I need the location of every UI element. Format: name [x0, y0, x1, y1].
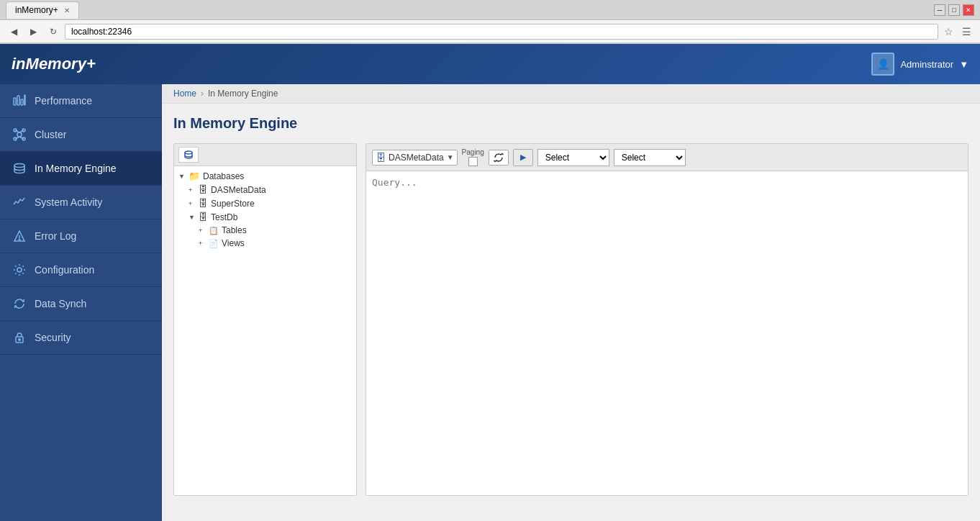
- tree-toggle[interactable]: +: [189, 186, 197, 194]
- page-content: In Memory Engine: [162, 104, 980, 507]
- sidebar-label-performance: Performance: [35, 95, 92, 107]
- svg-point-4: [17, 132, 22, 137]
- forward-button[interactable]: ▶: [25, 24, 42, 39]
- page-title: In Memory Engine: [173, 115, 968, 132]
- cluster-icon: [12, 127, 27, 142]
- sidebar-label-cluster: Cluster: [35, 129, 66, 140]
- configuration-icon: [12, 262, 27, 278]
- svg-rect-2: [21, 99, 23, 105]
- browser-tab[interactable]: inMemory+ ✕: [6, 1, 79, 19]
- refresh-button[interactable]: [489, 150, 509, 166]
- bookmark-icon[interactable]: ☆: [941, 26, 956, 37]
- tree-label-testdb: TestDb: [211, 212, 237, 222]
- tab-title: inMemory+: [15, 5, 58, 15]
- select-dropdown-1[interactable]: Select: [537, 149, 609, 166]
- svg-point-19: [185, 151, 192, 154]
- back-button[interactable]: ◀: [6, 24, 22, 39]
- browser-chrome: inMemory+ ✕ ─ □ ✕ ◀ ▶ ↻ ☆ ☰: [0, 0, 980, 44]
- performance-icon: [12, 93, 27, 109]
- menu-icon[interactable]: ☰: [959, 26, 974, 37]
- db-icon: 🗄: [199, 212, 208, 222]
- query-panel: ▼ 📁 Databases + 🗄 DASMetaData +: [173, 143, 968, 496]
- tree-node-views[interactable]: + 📄 Views: [197, 237, 353, 250]
- tree-node-superstore[interactable]: + 🗄 SuperStore: [187, 196, 353, 210]
- data-synch-icon: [12, 296, 27, 312]
- tree-children-databases: + 🗄 DASMetaData + 🗄 SuperStore ▼: [187, 183, 353, 250]
- paging-label: Paging: [462, 148, 484, 156]
- sidebar: Performance Cluster: [0, 84, 162, 521]
- sidebar-item-error-log[interactable]: Error Log: [0, 219, 162, 253]
- tree-panel: ▼ 📁 Databases + 🗄 DASMetaData +: [173, 143, 357, 496]
- user-dropdown-arrow[interactable]: ▼: [959, 59, 968, 70]
- title-bar: inMemory+ ✕ ─ □ ✕: [0, 0, 980, 20]
- tree-node-tables[interactable]: + 📋 Tables: [197, 224, 353, 237]
- sidebar-label-configuration: Configuration: [35, 264, 94, 276]
- views-icon: 📄: [209, 239, 219, 248]
- svg-point-18: [19, 339, 20, 340]
- tree-label-views: Views: [222, 238, 245, 248]
- sidebar-item-system-activity[interactable]: System Activity: [0, 186, 162, 219]
- tree-refresh-button[interactable]: [178, 147, 199, 163]
- nav-bar: ◀ ▶ ↻ ☆ ☰: [0, 20, 980, 43]
- sidebar-item-data-synch[interactable]: Data Synch: [0, 287, 162, 321]
- tree-label-dasmetadata: DASMetaData: [211, 185, 266, 195]
- sidebar-item-security[interactable]: Security: [0, 321, 162, 355]
- tab-close-button[interactable]: ✕: [64, 6, 70, 14]
- sidebar-item-configuration[interactable]: Configuration: [0, 253, 162, 287]
- db-icon: 🗄: [199, 198, 208, 209]
- breadcrumb: Home › In Memory Engine: [162, 84, 980, 104]
- breadcrumb-current: In Memory Engine: [208, 89, 278, 99]
- sql-editor[interactable]: [366, 171, 968, 495]
- tree-node-testdb[interactable]: ▼ 🗄 TestDb: [187, 210, 353, 224]
- reload-button[interactable]: ↻: [45, 24, 62, 39]
- db-icon: 🗄: [199, 184, 208, 195]
- tree-label-databases: Databases: [203, 171, 244, 181]
- svg-rect-1: [17, 96, 19, 105]
- app-logo: inMemory+: [12, 55, 96, 73]
- sidebar-label-data-synch: Data Synch: [35, 298, 86, 309]
- tree-toggle[interactable]: +: [199, 240, 207, 247]
- tree-toggle[interactable]: +: [199, 227, 207, 234]
- tree-label-superstore: SuperStore: [211, 199, 255, 209]
- maximize-button[interactable]: □: [948, 4, 960, 16]
- paging-checkbox[interactable]: [468, 157, 478, 166]
- select-dropdown-2[interactable]: Select: [614, 149, 686, 166]
- svg-point-13: [14, 164, 24, 168]
- run-button[interactable]: [513, 149, 533, 166]
- tree-children-testdb: + 📋 Tables + 📄 Views: [197, 224, 353, 250]
- sidebar-item-in-memory-engine[interactable]: In Memory Engine: [0, 152, 162, 186]
- sidebar-label-system-activity: System Activity: [35, 196, 102, 208]
- tree-node-dasmetadata[interactable]: + 🗄 DASMetaData: [187, 183, 353, 196]
- paging-group: Paging: [462, 148, 484, 166]
- sql-toolbar: 🗄 DASMetaData ▼ Paging: [366, 144, 968, 171]
- tree-toggle[interactable]: ▼: [178, 173, 187, 180]
- db-selector-arrow: ▼: [447, 153, 454, 161]
- tree-label-tables: Tables: [222, 225, 247, 235]
- address-bar[interactable]: [65, 24, 938, 40]
- svg-rect-0: [14, 98, 16, 105]
- databases-icon: 📁: [189, 171, 200, 181]
- breadcrumb-home[interactable]: Home: [173, 89, 196, 99]
- sidebar-label-in-memory-engine: In Memory Engine: [35, 163, 117, 174]
- window-controls: ─ □ ✕: [934, 4, 974, 16]
- sidebar-item-cluster[interactable]: Cluster: [0, 118, 162, 152]
- svg-rect-3: [24, 95, 25, 105]
- close-button[interactable]: ✕: [963, 4, 974, 16]
- sidebar-label-error-log: Error Log: [35, 230, 76, 242]
- system-activity-icon: [12, 194, 27, 210]
- tree-toolbar: [174, 144, 356, 166]
- tree-node-databases[interactable]: ▼ 📁 Databases: [177, 169, 353, 183]
- minimize-button[interactable]: ─: [934, 4, 945, 16]
- avatar: 👤: [871, 53, 894, 76]
- tree-toggle[interactable]: +: [189, 200, 197, 207]
- svg-point-16: [17, 268, 22, 272]
- db-selector[interactable]: 🗄 DASMetaData ▼: [372, 150, 458, 166]
- tree-toggle[interactable]: ▼: [189, 214, 197, 221]
- sidebar-item-performance[interactable]: Performance: [0, 84, 162, 118]
- username: Adminstrator: [900, 59, 953, 70]
- svg-point-15: [19, 239, 19, 240]
- error-log-icon: [12, 228, 27, 244]
- in-memory-engine-icon: [12, 160, 27, 176]
- tables-icon: 📋: [209, 226, 219, 235]
- sidebar-label-security: Security: [35, 332, 71, 343]
